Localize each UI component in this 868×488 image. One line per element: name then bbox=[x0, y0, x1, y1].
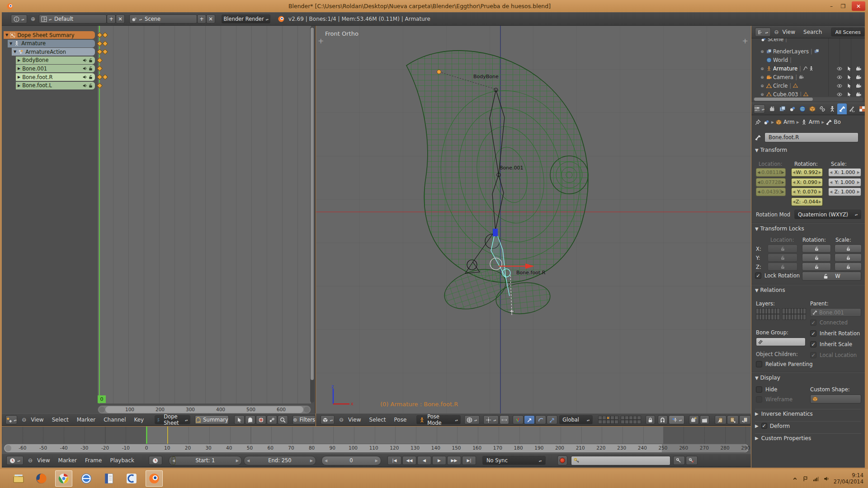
snap-element-dropdown[interactable]: ▴▾ bbox=[669, 415, 685, 424]
timeline-playhead[interactable] bbox=[146, 427, 147, 444]
layer-cell[interactable] bbox=[606, 420, 610, 424]
bone-layer-cell[interactable] bbox=[759, 314, 762, 320]
bone-layer-cell[interactable] bbox=[756, 308, 759, 314]
expand-icon[interactable]: ⊕ bbox=[760, 49, 765, 54]
layer-cell[interactable] bbox=[606, 416, 610, 420]
bone-group-field[interactable] bbox=[756, 338, 806, 346]
pin-icon[interactable] bbox=[755, 119, 761, 125]
bone-layer-cell[interactable] bbox=[785, 314, 788, 320]
bone-layer-cell[interactable] bbox=[771, 314, 774, 320]
transform-orientation-dropdown[interactable]: Global▴▾ bbox=[559, 415, 593, 424]
layer-cell[interactable] bbox=[602, 416, 606, 420]
bone-layer-cell[interactable] bbox=[791, 314, 794, 320]
viewport-menu-view[interactable]: View bbox=[348, 417, 361, 423]
properties-tab-render[interactable] bbox=[768, 103, 777, 114]
layer-cell[interactable] bbox=[614, 416, 618, 420]
expand-triangle-icon[interactable]: ▶ bbox=[18, 58, 20, 62]
inherit-scale-checkbox[interactable]: ✓ bbox=[810, 341, 816, 347]
location-field[interactable]: ◀-0.04393▶ bbox=[756, 188, 786, 196]
rotate-manipulator-button[interactable] bbox=[535, 415, 546, 424]
layer-cell[interactable] bbox=[621, 416, 625, 420]
location-field[interactable]: ◀0.07728▶ bbox=[756, 178, 786, 187]
keying-set-field[interactable] bbox=[571, 456, 670, 465]
layer-cell[interactable] bbox=[610, 420, 614, 424]
layer-cell[interactable] bbox=[602, 420, 606, 424]
outliner-row-cube-003[interactable]: ⊕Cube.003| bbox=[751, 90, 865, 96]
add-scene-button[interactable]: + bbox=[197, 14, 206, 23]
layer-cell[interactable] bbox=[614, 420, 618, 424]
forward-keyframe-button[interactable]: ▶▶ bbox=[447, 456, 461, 465]
properties-tab-world[interactable] bbox=[797, 103, 807, 114]
collapse-menus-icon[interactable]: ⊖ bbox=[774, 29, 779, 35]
renderability-camera-icon[interactable] bbox=[856, 75, 861, 80]
local-location-checkbox[interactable]: ✓ bbox=[810, 352, 816, 358]
custom-properties-panel-header[interactable]: ▶Custom Properties bbox=[755, 433, 861, 442]
connected-checkbox[interactable]: ✓ bbox=[810, 319, 816, 326]
current-frame-field[interactable]: ◀ 0 ▶ bbox=[321, 456, 381, 465]
lock-to-scene-button[interactable] bbox=[646, 415, 655, 424]
network-signal-icon[interactable] bbox=[813, 476, 819, 482]
toolshelf-open-plus[interactable]: + bbox=[318, 37, 324, 45]
insert-keyframe-button[interactable] bbox=[673, 456, 685, 465]
renderability-camera-icon[interactable] bbox=[856, 92, 861, 97]
lock-rotation-y-button[interactable] bbox=[802, 253, 831, 262]
bone-layers-grid-2[interactable] bbox=[782, 308, 806, 320]
lock-scale-z-button[interactable] bbox=[835, 263, 862, 271]
timeline-menu-playback[interactable]: Playback bbox=[110, 457, 134, 464]
auto-keyframe-record-button[interactable] bbox=[557, 455, 567, 465]
lock-scale-x-button[interactable] bbox=[835, 244, 862, 253]
properties-tab-bone-constraints[interactable] bbox=[847, 103, 857, 114]
collapse-menus-icon[interactable]: ⊖ bbox=[28, 457, 33, 464]
channel-dope-sheet-summary[interactable]: ▼Dope Sheet Summary bbox=[4, 31, 95, 39]
channel-bodybone[interactable]: ▶BodyBone bbox=[16, 56, 95, 64]
dopesheet-menu-marker[interactable]: Marker bbox=[77, 417, 95, 423]
bone-layer-cell[interactable] bbox=[762, 308, 765, 314]
opengl-render-button[interactable] bbox=[689, 415, 698, 424]
bone-layer-cell[interactable] bbox=[797, 314, 800, 320]
properties-tab-bone[interactable] bbox=[837, 103, 847, 114]
viewport-menu-select[interactable]: Select bbox=[369, 417, 386, 423]
object-breadcrumb-icon[interactable] bbox=[776, 119, 782, 125]
bone-layer-cell[interactable] bbox=[800, 314, 803, 320]
summary-toggle[interactable]: Summary bbox=[195, 415, 229, 424]
timeline-track[interactable] bbox=[2, 427, 751, 444]
expand-triangle-icon[interactable]: ▶ bbox=[18, 75, 20, 79]
properties-tab-constraints[interactable] bbox=[817, 103, 827, 114]
copy-pose-button[interactable] bbox=[715, 415, 726, 424]
layer-cell[interactable] bbox=[633, 420, 637, 424]
filters-button[interactable]: ⊕Filters bbox=[292, 415, 316, 424]
screen-layout-selector[interactable]: ▴▾ Default bbox=[39, 14, 107, 23]
selectability-cursor-icon[interactable] bbox=[846, 92, 852, 97]
layer-cell[interactable] bbox=[621, 420, 625, 424]
armature-breadcrumb-icon[interactable] bbox=[801, 119, 807, 125]
bone-layer-cell[interactable] bbox=[782, 314, 785, 320]
outliner-row-circle[interactable]: ⊕Circle| bbox=[751, 81, 865, 90]
layer-cell[interactable] bbox=[598, 420, 602, 424]
bone-layer-cell[interactable] bbox=[759, 308, 762, 314]
bone-layer-cell[interactable] bbox=[794, 314, 797, 320]
channel-armature[interactable]: ▼Armature bbox=[8, 40, 95, 47]
minimize-button[interactable]: – bbox=[826, 3, 837, 9]
custom-shape-field[interactable] bbox=[810, 394, 861, 404]
relations-panel-header[interactable]: ▼ Relations bbox=[755, 287, 785, 293]
editor-type-info-button[interactable]: i ▴▾ bbox=[11, 14, 27, 23]
expand-triangle-icon[interactable]: ▶ bbox=[18, 84, 20, 88]
layer-cell[interactable] bbox=[629, 420, 633, 424]
properties-open-plus[interactable]: + bbox=[742, 37, 748, 45]
lock-channel-icon[interactable] bbox=[88, 58, 93, 63]
translate-manipulator-button[interactable] bbox=[524, 415, 535, 424]
outliner-menu-view[interactable]: View bbox=[783, 29, 795, 35]
bone-layer-cell[interactable] bbox=[800, 308, 803, 314]
visibility-eye-icon[interactable] bbox=[837, 75, 842, 80]
bone-layer-cell[interactable] bbox=[756, 314, 759, 320]
clock[interactable]: 9:14 27/04/2014 bbox=[834, 472, 863, 485]
editor-type-3dview-button[interactable]: ▴▾ bbox=[321, 415, 335, 424]
lock-rotation-checkbox[interactable]: ✓ bbox=[755, 272, 761, 279]
deform-checkbox[interactable]: ✓ bbox=[761, 423, 767, 429]
transform-locks-panel-header[interactable]: ▼ Transform Locks bbox=[755, 225, 804, 232]
properties-tab-render-layers[interactable] bbox=[778, 103, 787, 114]
rotation-field[interactable]: ◀X: 0.090▶ bbox=[791, 178, 823, 187]
deform-panel-header[interactable]: ▶✓Deform bbox=[755, 421, 861, 430]
bone-layer-cell[interactable] bbox=[803, 314, 806, 320]
current-frame-badge[interactable]: 0 bbox=[98, 395, 106, 403]
